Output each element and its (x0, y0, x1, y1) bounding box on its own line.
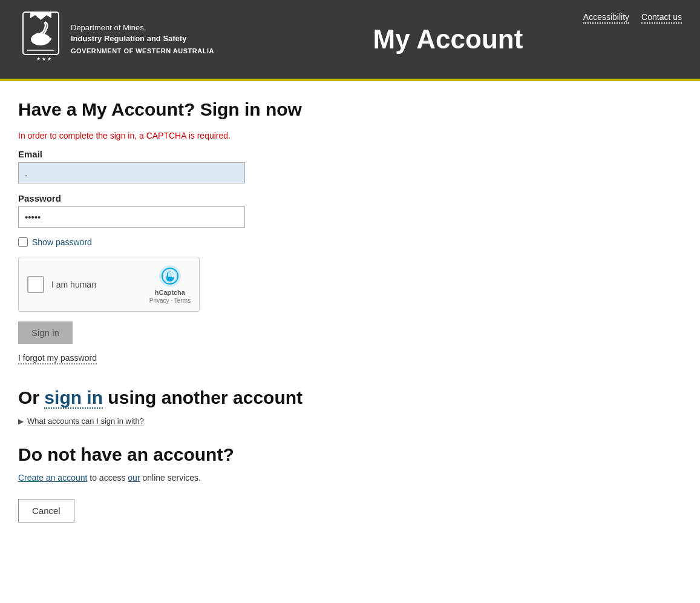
create-account-link[interactable]: Create an account (18, 473, 87, 483)
hcaptcha-checkbox[interactable] (27, 276, 44, 293)
show-password-checkbox[interactable] (18, 237, 28, 247)
govt-emblem: ★ ★ ★ (18, 9, 64, 70)
contact-us-link[interactable]: Contact us (641, 12, 682, 24)
svg-text:★ ★ ★: ★ ★ ★ (36, 56, 51, 62)
header-nav: Accessibility Contact us (583, 12, 682, 24)
password-group: Password (18, 193, 405, 228)
forgot-password-link[interactable]: I forgot my password (18, 353, 97, 364)
what-accounts-link[interactable]: What accounts can I sign in with? (27, 417, 144, 426)
email-input[interactable] (18, 162, 245, 183)
dept-name-line2: Industry Regulation and Safety (71, 33, 214, 44)
no-account-text: Create an account to access our online s… (18, 471, 405, 484)
accessibility-link[interactable]: Accessibility (583, 12, 629, 24)
our-services-link[interactable]: our (128, 473, 140, 483)
password-input[interactable] (18, 206, 245, 228)
cancel-button[interactable]: Cancel (18, 499, 74, 522)
password-label: Password (18, 193, 405, 203)
hcaptcha-links: Privacy · Terms (149, 297, 191, 304)
captcha-notice: In order to complete the sign in, a CAPT… (18, 131, 405, 140)
no-account-mid: to access (87, 473, 128, 483)
hcaptcha-widget[interactable]: I am human hCaptcha Privacy · Terms (18, 257, 200, 312)
alt-signin-link[interactable]: sign in (44, 387, 103, 409)
dept-name-line1: Department of Mines, (71, 22, 214, 33)
hcaptcha-label: I am human (51, 280, 96, 289)
show-password-label[interactable]: Show password (32, 237, 92, 247)
alt-signin-post: using another account (103, 387, 303, 407)
main-content: Have a My Account? Sign in now In order … (0, 81, 424, 559)
header: ★ ★ ★ Department of Mines, Industry Regu… (0, 0, 700, 79)
hcaptcha-logo-area: hCaptcha Privacy · Terms (149, 265, 191, 304)
no-account-heading: Do not have an account? (18, 444, 405, 465)
sign-in-button[interactable]: Sign in (18, 321, 73, 344)
logo: ★ ★ ★ Department of Mines, Industry Regu… (18, 9, 214, 70)
email-label: Email (18, 149, 405, 159)
svg-marker-1 (30, 12, 51, 20)
what-accounts-row: ▶ What accounts can I sign in with? (18, 417, 405, 426)
no-account-section: Do not have an account? Create an accoun… (18, 444, 405, 484)
triangle-icon: ▶ (18, 417, 24, 426)
show-password-row: Show password (18, 237, 405, 247)
page-title: My Account (214, 24, 682, 54)
hcaptcha-brand-label: hCaptcha (155, 289, 185, 296)
sign-in-section: Have a My Account? Sign in now In order … (18, 99, 405, 383)
logo-text: Department of Mines, Industry Regulation… (71, 22, 214, 56)
alt-signin-section: Or sign in using another account ▶ What … (18, 387, 405, 426)
sign-in-heading: Have a My Account? Sign in now (18, 99, 405, 120)
hcaptcha-left: I am human (27, 276, 96, 293)
alt-signin-pre: Or (18, 387, 44, 407)
alt-signin-heading: Or sign in using another account (18, 387, 405, 408)
hcaptcha-logo-icon (159, 265, 182, 288)
email-group: Email (18, 149, 405, 183)
no-account-post: online services. (140, 473, 201, 483)
govt-name: GOVERNMENT OF WESTERN AUSTRALIA (71, 47, 214, 56)
